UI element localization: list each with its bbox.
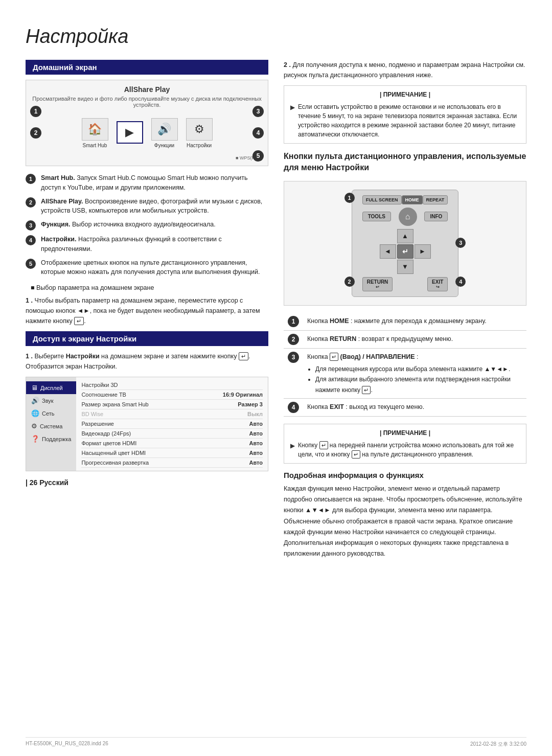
settings-row-prog: Прогрессивная развертка Авто bbox=[81, 458, 263, 468]
note1-header: | ПРИМЕЧАНИЕ | bbox=[290, 90, 520, 99]
settings-label-resolution: Разрешение bbox=[81, 421, 114, 427]
num-text-3: Функция. Выбор источника входного аудио/… bbox=[41, 220, 216, 230]
menu-sound-label: Звук bbox=[42, 398, 54, 404]
enter-icon-note2a: ↵ bbox=[319, 441, 328, 449]
home-icons-row: 🏠 Smart Hub ▶ 🔊 Функции ⚙ bbox=[31, 113, 263, 153]
info-btn[interactable]: INFO bbox=[424, 212, 448, 221]
tools-btn[interactable]: TOOLS bbox=[362, 212, 391, 221]
remote-desc-bullet-3a: Для перемещения курсора или выбора элеме… bbox=[315, 364, 522, 374]
nav-down[interactable]: ▼ bbox=[397, 260, 413, 274]
menu-item-system: ⚙ Система bbox=[26, 420, 76, 432]
enter-icon-3: ↵ bbox=[330, 353, 338, 361]
note1-arrow: ▶ bbox=[290, 103, 295, 112]
nav-right[interactable]: ► bbox=[415, 244, 431, 259]
menu-network-label: Сеть bbox=[42, 410, 54, 417]
step2-text: 1 . Выберите Настройки на домашнем экран… bbox=[26, 351, 268, 372]
note2-text: Кнопку ↵ на передней панели устройства м… bbox=[298, 441, 520, 459]
numbered-item-1: 1 Smart Hub. Запуск Smart Hub.С помощью … bbox=[26, 173, 268, 193]
settings-label-ratio: Соотношение TB bbox=[81, 392, 126, 398]
function-label: Функции bbox=[154, 143, 174, 148]
nav-empty-tl bbox=[380, 229, 396, 243]
num-text-2: AllShare Play. Воспроизведение видео, фо… bbox=[41, 197, 268, 216]
remote-desc-text-2: Кнопка RETURN : возврат к предыдущему ме… bbox=[303, 330, 526, 348]
remote-desc-text-4: Кнопка EXIT : выход из текущего меню. bbox=[303, 398, 526, 416]
note1-text: Если оставить устройство в режиме остано… bbox=[298, 102, 520, 139]
menu-support-label: Поддержка bbox=[42, 436, 71, 442]
num-badge-2: 2 bbox=[26, 197, 36, 208]
remote-diagram-inner: 1 2 3 4 FULL SCREEN HOME REPEAT bbox=[352, 190, 459, 297]
remote-desc-num-4: 4 bbox=[288, 402, 299, 413]
remote-badge-4: 4 bbox=[455, 277, 466, 287]
note1-box: | ПРИМЕЧАНИЕ | ▶ Если оставить устройств… bbox=[284, 85, 526, 144]
remote-desc-table: 1 Кнопка HOME : нажмите для перехода к д… bbox=[284, 313, 526, 417]
remote-desc-num-1-cell: 1 bbox=[284, 313, 303, 331]
num-badge-1: 1 bbox=[26, 174, 36, 184]
remote-row1: FULL SCREEN HOME REPEAT bbox=[362, 195, 448, 204]
remote-buttons-container: FULL SCREEN HOME REPEAT TOOLS ⌂ INFO bbox=[352, 190, 459, 297]
left-col: Домашний экран 1 2 3 4 5 AllShare Play П… bbox=[26, 60, 268, 487]
home-btn[interactable]: HOME bbox=[402, 195, 423, 204]
nav-left[interactable]: ◄ bbox=[380, 244, 396, 259]
settings-label-prog: Прогрессивная развертка bbox=[81, 460, 149, 466]
settings-value-ratio: 16:9 Оригинал bbox=[223, 392, 263, 398]
numbered-item-4: 4 Настройки. Настройка различных функций… bbox=[26, 235, 268, 254]
settings-value-bdwise: Выкл bbox=[247, 411, 263, 417]
settings-label-hdmi-deep: Насыщенный цвет HDMI bbox=[81, 450, 146, 456]
exit-btn[interactable]: EXIT↪ bbox=[427, 277, 448, 291]
display-icon: 🖥 bbox=[31, 384, 38, 392]
play-icon-box: ▶ bbox=[117, 121, 143, 144]
step1-num: 1 . bbox=[26, 297, 33, 304]
home-center-icon: ⌂ bbox=[405, 212, 410, 221]
system-icon: ⚙ bbox=[31, 422, 37, 430]
bullet-point: ■ Выбор параметра на домашнем экране bbox=[31, 284, 268, 291]
content-columns: Домашний экран 1 2 3 4 5 AllShare Play П… bbox=[26, 60, 526, 565]
footer-right: 2012-02-28 오후 3:32:00 bbox=[470, 741, 526, 748]
support-icon: ❓ bbox=[31, 435, 39, 443]
settings-label: Настройки bbox=[187, 143, 212, 148]
settings-left-menu: 🖥 Дисплей 🔊 Звук 🌐 Сеть ⚙ bbox=[26, 377, 76, 471]
remote-desc-row-4: 4 Кнопка EXIT : выход из текущего меню. bbox=[284, 398, 526, 416]
remote-desc-num-3: 3 bbox=[288, 352, 299, 363]
settings-value-resolution: Авто bbox=[249, 421, 263, 427]
function-icon-box: 🔊 bbox=[151, 118, 178, 141]
page-title: Настройка bbox=[26, 26, 526, 48]
settings-row-ratio: Соотношение TB 16:9 Оригинал bbox=[81, 390, 263, 400]
settings-value-prog: Авто bbox=[249, 460, 263, 466]
remote-row3: ▲ ◄ ↵ ► ▼ bbox=[362, 229, 448, 274]
num-text-5: Отображение цветных кнопок на пульте дис… bbox=[41, 258, 268, 278]
num-text-4: Настройки. Настройка различных функций в… bbox=[41, 235, 268, 254]
step2-num: 1 . bbox=[26, 353, 33, 360]
remote-desc-row-1: 1 Кнопка HOME : нажмите для перехода к д… bbox=[284, 313, 526, 331]
num-badge-3: 3 bbox=[26, 220, 36, 231]
num-badge-4: 4 bbox=[26, 235, 36, 245]
repeat-btn[interactable]: REPEAT bbox=[423, 195, 448, 204]
home-center-btn[interactable]: ⌂ bbox=[399, 208, 417, 226]
nav-empty-tr bbox=[415, 229, 431, 243]
enter-button-symbol2: ↵ bbox=[239, 352, 248, 360]
remote-desc-num-2-cell: 2 bbox=[284, 330, 303, 348]
remote-desc-num-4-cell: 4 bbox=[284, 398, 303, 416]
numbered-item-3: 3 Функция. Выбор источника входного ауди… bbox=[26, 220, 268, 231]
home-icon-smarthub: 🏠 Smart Hub bbox=[82, 118, 108, 148]
note2-bullet: ▶ Кнопку ↵ на передней панели устройства… bbox=[290, 441, 520, 459]
nav-up[interactable]: ▲ bbox=[397, 229, 413, 243]
remote-desc-text-1: Кнопка HOME : нажмите для перехода к дом… bbox=[303, 313, 526, 331]
nav-enter[interactable]: ↵ bbox=[397, 244, 413, 259]
badge-4: 4 bbox=[252, 127, 264, 139]
menu-item-sound: 🔊 Звук bbox=[26, 394, 76, 407]
fullscreen-btn[interactable]: FULL SCREEN bbox=[362, 195, 402, 204]
settings-value-hdmi-deep: Авто bbox=[249, 450, 263, 456]
remote-badge-3: 3 bbox=[455, 238, 466, 248]
nav-empty-bl bbox=[380, 260, 396, 274]
home-screen-box: 1 2 3 4 5 AllShare Play Просматривайте в… bbox=[26, 80, 268, 166]
return-btn[interactable]: RETURN↩ bbox=[362, 277, 393, 291]
section1-header: Домашний экран bbox=[26, 60, 268, 75]
settings-value-hdmi-format: Авто bbox=[249, 440, 263, 446]
numbered-items: 1 Smart Hub. Запуск Smart Hub.С помощью … bbox=[26, 173, 268, 277]
note2-header: | ПРИМЕЧАНИЕ | bbox=[290, 428, 520, 438]
settings-screen-box: 🖥 Дисплей 🔊 Звук 🌐 Сеть ⚙ bbox=[26, 377, 268, 471]
remote-desc-num-2: 2 bbox=[288, 334, 299, 345]
allshare-title: AllShare Play bbox=[31, 85, 263, 94]
remote-badge-2: 2 bbox=[344, 277, 355, 287]
numbered-item-2: 2 AllShare Play. Воспроизведение видео, … bbox=[26, 197, 268, 216]
